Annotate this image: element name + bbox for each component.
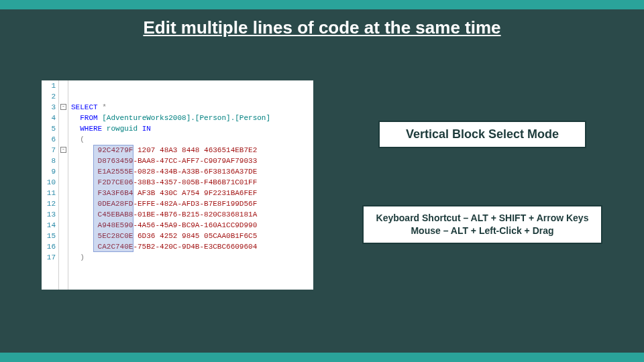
code-area[interactable]: SELECT * FROM [AdventureWorks2008].[Pers… (68, 80, 270, 290)
fold-toggle-icon[interactable]: - (60, 147, 66, 153)
top-accent-bar (0, 0, 644, 9)
bottom-accent-bar (0, 353, 644, 362)
callout-vertical-block-select: Vertical Block Select Mode (378, 121, 586, 148)
shortcut-keyboard: Keyboard Shortcut – ALT + SHIFT + Arrow … (374, 212, 590, 225)
page-title: Edit multiple lines of code at the same … (0, 17, 644, 38)
shortcut-mouse: Mouse – ALT + Left-Click + Drag (374, 225, 590, 237)
code-editor[interactable]: 1234567891011121314151617 - - SELECT * F… (42, 80, 313, 290)
fold-toggle-icon[interactable]: - (60, 104, 66, 110)
callout-shortcuts: Keyboard Shortcut – ALT + SHIFT + Arrow … (362, 205, 602, 244)
fold-column: - - (59, 80, 68, 290)
line-number-gutter: 1234567891011121314151617 (42, 80, 59, 290)
